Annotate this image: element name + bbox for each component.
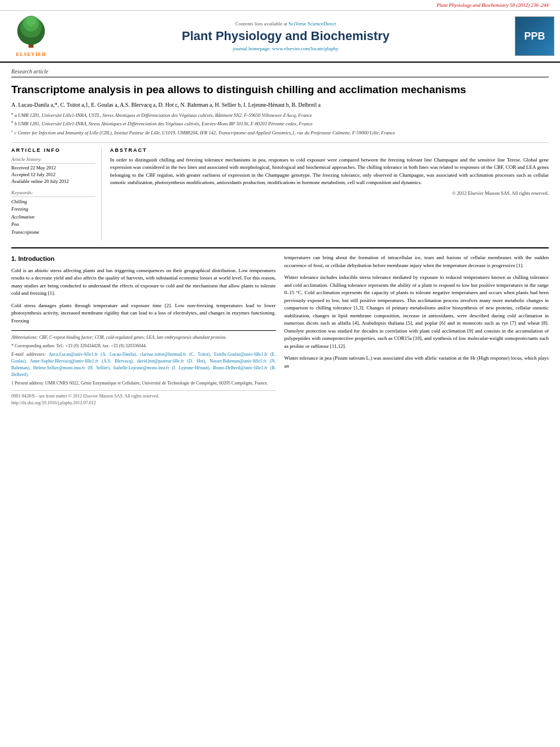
right-column: temperatures can bring about the formati… xyxy=(285,254,549,407)
doi-link[interactable]: http://dx.doi.org/10.1016/j.plaphy.2012.… xyxy=(11,400,96,405)
journal-citation: Plant Physiology and Biochemistry 58 (20… xyxy=(437,2,549,8)
keyword-1: Chilling xyxy=(11,198,95,206)
affiliation-c: c c Center for Infection and Immunity of… xyxy=(11,129,549,137)
section-1-title: 1. Introduction xyxy=(11,254,276,264)
history-label: Article history: xyxy=(11,156,95,164)
abstract-copyright: © 2012 Elsevier Masson SAS. All rights r… xyxy=(110,190,549,196)
article-info-panel: ARTICLE INFO Article history: Received 2… xyxy=(11,147,102,241)
footnote-issn-doi: 0981-9428/$ – see front matter © 2012 El… xyxy=(11,390,276,407)
footnote-present-address: 1 Present address: UMR CNRS 6022, Génie … xyxy=(11,380,276,387)
journal-header: ELSEVIER Contents lists available at Sci… xyxy=(0,11,560,63)
keywords-label: Keywords: xyxy=(11,190,95,197)
keywords-section: Keywords: Chilling Freezing Acclimation … xyxy=(11,190,95,237)
article-history: Article history: Received 22 May 2012 Ac… xyxy=(11,156,95,185)
affiliation-b: b b UMR 1281, Université Lille1-INRA, St… xyxy=(11,120,549,128)
keywords-list: Chilling Freezing Acclimation Pea Transc… xyxy=(11,198,95,237)
abstract-title: ABSTRACT xyxy=(110,147,549,153)
issn-line: 0981-9428/$ – see front matter © 2012 El… xyxy=(11,393,276,400)
footnote-abbreviations: Abbreviations: CBF, C-repeat binding fac… xyxy=(11,334,276,341)
right-paragraph-1: temperatures can bring about the formati… xyxy=(285,254,549,269)
intro-paragraph-1: Cold is an abiotic stress affecting plan… xyxy=(11,267,276,298)
available-date: Available online 20 July 2012 xyxy=(11,178,95,185)
journal-citation-bar: Plant Physiology and Biochemistry 58 (20… xyxy=(0,0,560,11)
article-body: Research article Transcriptome analysis … xyxy=(0,63,560,412)
elsevier-logo-block: ELSEVIER xyxy=(6,15,56,57)
abstract-text: In order to distinguish chilling and fre… xyxy=(110,156,549,187)
footnotes-area: Abbreviations: CBF, C-repeat binding fac… xyxy=(11,330,276,407)
doi-line: http://dx.doi.org/10.1016/j.plaphy.2012.… xyxy=(11,400,276,407)
right-paragraph-3: Winter tolerance in pea (Pisum sativum L… xyxy=(285,355,549,370)
sciverse-link[interactable]: SciVerse ScienceDirect xyxy=(288,21,336,27)
sciverse-line: Contents lists available at SciVerse Sci… xyxy=(62,21,509,27)
affiliations-block: a a UMR 1281, Université Lille1-INRA, US… xyxy=(11,111,549,137)
journal-center-block: Contents lists available at SciVerse Sci… xyxy=(62,21,509,51)
authors-line: A. Lucau-Danila a,*, C. Toitot a,1, E. G… xyxy=(11,102,549,108)
article-title: Transcriptome analysis in pea allows to … xyxy=(11,83,549,97)
email-addresses-link[interactable]: Anca.Lucau@univ-lille1.fr (A. Lucau-Dani… xyxy=(11,352,276,377)
email-label: E-mail addresses: xyxy=(11,352,49,357)
svg-point-4 xyxy=(26,16,36,27)
elsevier-tree-icon xyxy=(11,15,51,49)
ppb-logo: PPB xyxy=(515,16,554,56)
intro-paragraph-2: Cold stress damages plants through tempe… xyxy=(11,302,276,325)
keyword-5: Transcriptome xyxy=(11,229,95,237)
elsevier-label: ELSEVIER xyxy=(16,51,46,57)
affiliation-a: a a UMR 1281, Université Lille1-INRA, US… xyxy=(11,111,549,119)
ppb-logo-block: PPB xyxy=(515,16,554,56)
main-content: 1. Introduction Cold is an abiotic stres… xyxy=(11,247,549,407)
keyword-2: Freezing xyxy=(11,206,95,213)
journal-title: Plant Physiology and Biochemistry xyxy=(62,29,509,43)
left-column: 1. Introduction Cold is an abiotic stres… xyxy=(11,254,276,407)
journal-homepage: journal homepage: www.elsevier.com/locat… xyxy=(62,46,509,51)
keyword-4: Pea xyxy=(11,221,95,229)
footnote-corresponding: * Corresponding author. Tel.: +33 (0) 32… xyxy=(11,343,276,350)
right-paragraph-2: Winter tolerance includes inducible stre… xyxy=(285,274,549,350)
article-info-abstract-section: ARTICLE INFO Article history: Received 2… xyxy=(11,142,549,241)
keyword-3: Acclimation xyxy=(11,213,95,221)
footnote-emails: E-mail addresses: Anca.Lucau@univ-lille1… xyxy=(11,351,276,378)
article-info-title: ARTICLE INFO xyxy=(11,147,95,153)
article-type: Research article xyxy=(11,68,549,77)
accepted-date: Accepted 12 July 2012 xyxy=(11,172,95,178)
abstract-panel: ABSTRACT In order to distinguish chillin… xyxy=(110,147,549,241)
received-date: Received 22 May 2012 xyxy=(11,165,95,172)
